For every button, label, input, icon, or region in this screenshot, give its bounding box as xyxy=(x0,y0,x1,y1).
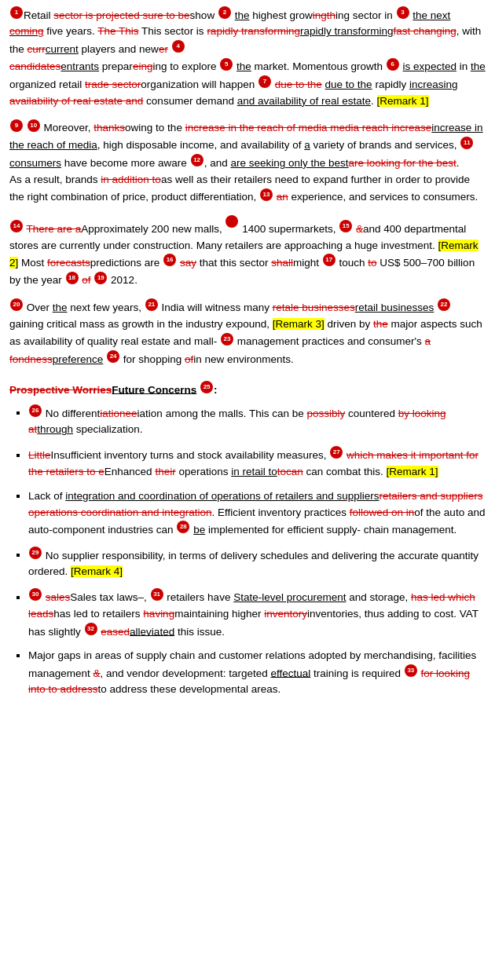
paragraph-2: 9 10 Moreover, thanksowing to the increa… xyxy=(9,119,486,207)
annotation-28: 28 xyxy=(177,521,189,533)
annotation-15: 15 xyxy=(339,220,352,232)
annotation-24: 24 xyxy=(107,350,119,363)
annotation-4: 4 xyxy=(172,40,185,53)
annotation-2: 2 xyxy=(218,6,231,19)
annotation-29: 29 xyxy=(29,547,42,559)
list-item-3: Lack of integration and coordination of … xyxy=(28,488,486,539)
annotation-14: 14 xyxy=(10,220,23,232)
annotation-27: 27 xyxy=(330,446,343,459)
annotation-x xyxy=(226,215,238,228)
annotation-12: 12 xyxy=(191,154,204,166)
annotation-6: 6 xyxy=(387,58,399,71)
paragraph-1: 1Retail sector is projected sure to besh… xyxy=(9,6,486,110)
annotation-11: 11 xyxy=(460,137,473,149)
section-title-deleted: Prospective Worries xyxy=(9,383,112,395)
annotation-30: 30 xyxy=(29,588,42,601)
annotation-20: 20 xyxy=(10,298,23,311)
list-item-1: 26 No differentiationeeiation among the … xyxy=(28,404,486,438)
annotation-26: 26 xyxy=(29,404,42,417)
annotation-33: 33 xyxy=(405,664,417,677)
section-title: Prospective WorriesFuture Concerns 25: xyxy=(9,381,486,398)
annotation-10: 10 xyxy=(28,119,40,132)
annotation-13: 13 xyxy=(260,188,273,201)
section-title-inserted: Future Concerns xyxy=(112,383,196,395)
paragraph-3: 14 There are aApproximately 200 new mall… xyxy=(9,215,486,289)
annotation-9: 9 xyxy=(10,119,23,132)
concerns-list: 26 No differentiationeeiation among the … xyxy=(28,404,486,698)
annotation-16: 16 xyxy=(163,254,176,266)
annotation-18: 18 xyxy=(66,272,79,284)
text: 1Retail sector is projected sure to besh… xyxy=(9,9,486,107)
text: 14 There are aApproximately 200 new mall… xyxy=(9,223,478,287)
annotation-5: 5 xyxy=(220,58,233,71)
annotation-32: 32 xyxy=(85,623,97,635)
paragraph-4: 20 Over the next few years, 21 India wil… xyxy=(9,298,486,368)
annotation-7: 7 xyxy=(258,75,271,88)
document-body: 1Retail sector is projected sure to besh… xyxy=(9,6,486,698)
annotation-21: 21 xyxy=(145,298,158,311)
annotation-1: 1 xyxy=(10,6,23,19)
annotation-17: 17 xyxy=(323,254,336,266)
text: 9 10 Moreover, thanksowing to the increa… xyxy=(9,122,483,203)
list-item-4: 29 No supplier responsibility, in terms … xyxy=(28,547,486,580)
list-item-6: Major gaps in areas of supply chain and … xyxy=(28,648,486,698)
list-item-5: 30 salesSales tax laws–, 31 retailers ha… xyxy=(28,588,486,640)
annotation-23: 23 xyxy=(221,333,233,346)
deleted-text: sector is projected sure to be xyxy=(53,9,189,21)
annotation-22: 22 xyxy=(438,298,450,311)
text: 20 Over the next few years, 21 India wil… xyxy=(9,302,482,365)
annotation-25: 25 xyxy=(200,381,213,393)
annotation-3: 3 xyxy=(397,6,409,19)
list-item-2: LittleInsufficient inventory turns and s… xyxy=(28,446,486,480)
annotation-19: 19 xyxy=(94,272,107,284)
annotation-31: 31 xyxy=(151,588,163,601)
